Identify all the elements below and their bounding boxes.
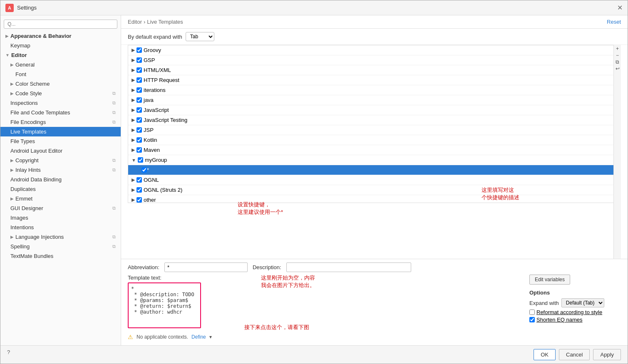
- sidebar-item-lang-injections[interactable]: ▶ Language Injections ⧉: [0, 232, 121, 242]
- chevron-right-icon: ▶: [132, 187, 135, 193]
- abbreviation-label: Abbreviation:: [128, 264, 159, 270]
- group-checkbox-java[interactable]: [137, 97, 142, 103]
- group-label-groovy: Groovy: [144, 47, 161, 53]
- search-input[interactable]: [4, 20, 117, 29]
- group-row-maven[interactable]: ▶ Maven: [128, 145, 621, 155]
- group-checkbox-other[interactable]: [137, 197, 142, 203]
- group-row-js[interactable]: ▶ JavaScript: [128, 105, 621, 115]
- sidebar: ▶ Appearance & Behavior Keymap ▼ Editor: [0, 15, 121, 345]
- define-link[interactable]: Define: [191, 334, 206, 340]
- group-row-groovy[interactable]: ▶ Groovy: [128, 45, 621, 55]
- shorten-eq-checkbox[interactable]: [529, 317, 535, 322]
- sidebar-item-intentions[interactable]: Intentions: [0, 223, 121, 232]
- sidebar-item-spelling[interactable]: Spelling ⧉: [0, 242, 121, 251]
- sidebar-item-duplicates[interactable]: Duplicates: [0, 184, 121, 194]
- sidebar-item-keymap-label: Keymap: [10, 42, 30, 49]
- sidebar-item-keymap[interactable]: Keymap: [0, 41, 121, 50]
- reformat-checkbox[interactable]: [529, 310, 535, 315]
- copy-button[interactable]: ⧉: [616, 59, 619, 65]
- group-checkbox-groovy[interactable]: [137, 47, 142, 53]
- group-checkbox-iterations[interactable]: [137, 87, 142, 93]
- close-button[interactable]: ✕: [617, 4, 623, 12]
- group-checkbox-kotlin[interactable]: [137, 137, 142, 143]
- sidebar-item-font[interactable]: Font: [0, 69, 121, 79]
- sidebar-item-appearance[interactable]: ▶ Appearance & Behavior: [0, 31, 121, 41]
- group-label-js: JavaScript: [144, 107, 169, 113]
- template-text-area[interactable]: * * @description: TODO * @params: $param…: [128, 282, 201, 328]
- group-row-mygroup[interactable]: ▼ myGroup: [128, 155, 621, 165]
- group-checkbox-js[interactable]: [137, 107, 142, 113]
- group-row-js-testing[interactable]: ▶ JavaScript Testing: [128, 115, 621, 125]
- sidebar-item-general[interactable]: ▶ General: [0, 60, 121, 69]
- sidebar-item-editor[interactable]: ▼ Editor: [0, 50, 121, 60]
- group-row-ognl[interactable]: ▶ OGNL: [128, 175, 621, 185]
- sidebar-item-android-data-binding[interactable]: Android Data Binding: [0, 175, 121, 184]
- sidebar-item-android-layout[interactable]: Android Layout Editor: [0, 146, 121, 156]
- group-row-java[interactable]: ▶ java: [128, 95, 621, 105]
- sidebar-item-file-encodings[interactable]: File Encodings ⧉: [0, 117, 121, 127]
- group-checkbox-mygroup[interactable]: [138, 157, 143, 163]
- breadcrumb: Editor › Live Templates: [128, 19, 183, 25]
- group-row-kotlin[interactable]: ▶ Kotlin: [128, 135, 621, 145]
- template-text-col: Template text: * * @description: TODO * …: [128, 275, 524, 329]
- group-row-http[interactable]: ▶ HTTP Request: [128, 75, 621, 85]
- group-checkbox-gsp[interactable]: [137, 57, 142, 63]
- group-row-other[interactable]: ▶ other: [128, 195, 621, 203]
- description-label: Description:: [253, 264, 281, 270]
- cancel-button[interactable]: Cancel: [559, 349, 590, 360]
- expand-with-select[interactable]: Default (Tab) Tab Enter Space: [561, 298, 604, 307]
- chevron-right-icon: ▶: [132, 177, 135, 183]
- child-checkbox-star[interactable]: [141, 167, 147, 173]
- sidebar-item-code-style[interactable]: ▶ Code Style ⧉: [0, 89, 121, 98]
- group-row-iterations[interactable]: ▶ iterations: [128, 85, 621, 95]
- sidebar-item-file-code-templates[interactable]: File and Code Templates ⧉: [0, 108, 121, 117]
- undo-button[interactable]: ↩: [616, 66, 620, 72]
- sidebar-item-color-scheme[interactable]: ▶ Color Scheme: [0, 79, 121, 89]
- sidebar-item-duplicates-label: Duplicates: [10, 186, 36, 192]
- sidebar-item-inlay-hints[interactable]: ▶ Inlay Hints ⧉: [0, 165, 121, 175]
- group-checkbox-html[interactable]: [137, 67, 142, 73]
- abbreviation-input[interactable]: [164, 262, 248, 272]
- sidebar-item-appearance-label: Appearance & Behavior: [10, 33, 72, 39]
- expand-row: By default expand with Tab Enter Space: [121, 29, 628, 45]
- child-row-star[interactable]: *: [128, 165, 621, 175]
- bottom-section: 设置快捷键， 这里建议使用一个* 这里填写对这 个快捷键的描述 Abbrevia…: [121, 259, 628, 345]
- sidebar-item-gui-label: GUI Designer: [10, 205, 43, 211]
- expand-select[interactable]: Tab Enter Space: [186, 32, 214, 41]
- reset-button[interactable]: Reset: [607, 19, 621, 25]
- sidebar-item-images-label: Images: [10, 215, 28, 221]
- sidebar-item-emmet[interactable]: ▶ Emmet: [0, 194, 121, 203]
- shorten-eq-row: Shorten EQ names: [529, 317, 604, 323]
- scroll-down-button[interactable]: −: [616, 52, 619, 58]
- group-label-ognl-struts: OGNL (Struts 2): [144, 187, 182, 193]
- ok-button[interactable]: OK: [534, 349, 556, 360]
- group-row-jsp[interactable]: ▶ JSP: [128, 125, 621, 135]
- group-row-gsp[interactable]: ▶ GSP: [128, 55, 621, 65]
- sidebar-item-copyright[interactable]: ▶ Copyright ⧉: [0, 156, 121, 165]
- description-input[interactable]: [286, 262, 411, 272]
- edit-variables-button[interactable]: Edit variables: [529, 275, 570, 285]
- sidebar-item-gui-designer[interactable]: GUI Designer ⧉: [0, 203, 121, 213]
- group-checkbox-jsp[interactable]: [137, 127, 142, 133]
- group-checkbox-http[interactable]: [137, 77, 142, 83]
- apply-button[interactable]: Apply: [593, 349, 621, 360]
- sidebar-item-live-templates[interactable]: Live Templates: [0, 127, 121, 136]
- shorten-eq-label: Shorten EQ names: [536, 317, 583, 323]
- sidebar-item-textmate[interactable]: TextMate Bundles: [0, 251, 121, 261]
- chevron-icon: ▶: [10, 62, 14, 67]
- sidebar-item-inspections[interactable]: Inspections ⧉: [0, 98, 121, 108]
- help-button[interactable]: ?: [7, 349, 10, 360]
- scroll-up-button[interactable]: +: [616, 46, 619, 52]
- sidebar-item-images[interactable]: Images: [0, 213, 121, 223]
- template-text-label: Template text:: [128, 275, 165, 281]
- group-checkbox-maven[interactable]: [137, 147, 142, 153]
- sidebar-item-file-types[interactable]: File Types: [0, 136, 121, 146]
- sidebar-item-editor-label: Editor: [11, 52, 27, 58]
- group-checkbox-ognl-struts[interactable]: [137, 187, 142, 193]
- group-row-ognl-struts[interactable]: ▶ OGNL (Struts 2): [128, 185, 621, 195]
- group-row-html-xml[interactable]: ▶ HTML/XML: [128, 65, 621, 75]
- group-checkbox-js-testing[interactable]: [137, 117, 142, 123]
- group-label-ognl: OGNL: [144, 177, 159, 183]
- right-panel: Edit variables Options Expand with Defau…: [529, 275, 621, 324]
- group-checkbox-ognl[interactable]: [137, 177, 142, 183]
